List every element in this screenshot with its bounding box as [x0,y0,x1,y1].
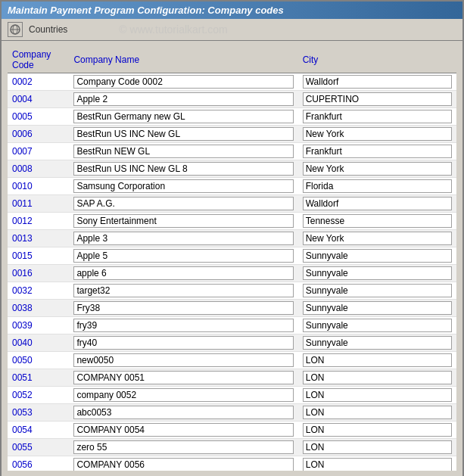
cell-city[interactable] [298,143,456,160]
cell-city[interactable] [298,126,456,143]
cell-city[interactable] [298,422,456,439]
name-input[interactable] [73,388,293,402]
city-input[interactable] [303,336,452,350]
city-input[interactable] [303,406,452,419]
name-input[interactable] [73,423,293,437]
table-row[interactable]: 0039 [8,317,456,334]
cell-city[interactable] [298,352,456,369]
cell-code[interactable]: 0013 [8,230,69,247]
city-input[interactable] [303,440,452,454]
name-input[interactable] [73,458,293,471]
city-input[interactable] [303,249,452,263]
table-row[interactable]: 0005 [8,108,456,126]
name-input[interactable] [73,232,293,245]
cell-code[interactable]: 0005 [8,108,69,126]
cell-name[interactable] [69,73,297,91]
cell-name[interactable] [69,369,297,387]
cell-city[interactable] [298,439,456,456]
cell-code[interactable]: 0032 [8,282,69,300]
cell-code[interactable]: 0012 [8,213,69,230]
cell-code[interactable]: 0015 [8,247,69,265]
cell-name[interactable] [69,422,297,439]
city-input[interactable] [303,110,452,123]
cell-city[interactable] [298,456,456,471]
cell-city[interactable] [298,334,456,352]
table-row[interactable]: 0052 [8,387,456,404]
cell-code[interactable]: 0054 [8,422,69,439]
cell-code[interactable]: 0039 [8,317,69,334]
name-input[interactable] [73,214,293,228]
cell-name[interactable] [69,352,297,369]
cell-code[interactable]: 0007 [8,143,69,160]
table-row[interactable]: 0007 [8,143,456,160]
name-input[interactable] [73,127,293,141]
cell-name[interactable] [69,456,297,471]
name-input[interactable] [73,319,293,332]
cell-city[interactable] [298,282,456,300]
name-input[interactable] [73,353,293,367]
cell-city[interactable] [298,404,456,422]
table-row[interactable]: 0012 [8,213,456,230]
cell-city[interactable] [298,73,456,91]
cell-name[interactable] [69,334,297,352]
name-input[interactable] [73,301,293,315]
cell-city[interactable] [298,369,456,387]
cell-name[interactable] [69,247,297,265]
cell-name[interactable] [69,282,297,300]
name-input[interactable] [73,197,293,210]
cell-code[interactable]: 0008 [8,160,69,178]
city-input[interactable] [303,162,452,176]
city-input[interactable] [303,75,452,89]
cell-city[interactable] [298,108,456,126]
cell-code[interactable]: 0055 [8,439,69,456]
table-row[interactable]: 0015 [8,247,456,265]
city-input[interactable] [303,371,452,384]
cell-code[interactable]: 0010 [8,178,69,195]
name-input[interactable] [73,75,293,89]
table-row[interactable]: 0055 [8,439,456,456]
countries-icon[interactable] [8,22,23,37]
name-input[interactable] [73,284,293,297]
cell-code[interactable]: 0038 [8,300,69,317]
cell-code[interactable]: 0051 [8,369,69,387]
city-input[interactable] [303,127,452,141]
city-input[interactable] [303,458,452,471]
city-input[interactable] [303,319,452,332]
name-input[interactable] [73,249,293,263]
city-input[interactable] [303,284,452,297]
table-row[interactable]: 0010 [8,178,456,195]
table-row[interactable]: 0038 [8,300,456,317]
name-input[interactable] [73,92,293,106]
cell-name[interactable] [69,265,297,282]
name-input[interactable] [73,266,293,280]
city-input[interactable] [303,301,452,315]
cell-name[interactable] [69,387,297,404]
name-input[interactable] [73,162,293,176]
table-row[interactable]: 0016 [8,265,456,282]
cell-code[interactable]: 0040 [8,334,69,352]
cell-name[interactable] [69,404,297,422]
cell-name[interactable] [69,108,297,126]
cell-code[interactable]: 0050 [8,352,69,369]
table-row[interactable]: 0053 [8,404,456,422]
cell-name[interactable] [69,439,297,456]
cell-code[interactable]: 0004 [8,91,69,108]
cell-name[interactable] [69,126,297,143]
cell-city[interactable] [298,213,456,230]
cell-city[interactable] [298,178,456,195]
table-row[interactable]: 0040 [8,334,456,352]
city-input[interactable] [303,353,452,367]
table-row[interactable]: 0032 [8,282,456,300]
cell-name[interactable] [69,230,297,247]
table-row[interactable]: 0050 [8,352,456,369]
city-input[interactable] [303,92,452,106]
cell-code[interactable]: 0016 [8,265,69,282]
table-row[interactable]: 0013 [8,230,456,247]
cell-name[interactable] [69,300,297,317]
cell-name[interactable] [69,178,297,195]
city-input[interactable] [303,214,452,228]
name-input[interactable] [73,440,293,454]
city-input[interactable] [303,197,452,210]
cell-city[interactable] [298,230,456,247]
cell-code[interactable]: 0053 [8,404,69,422]
